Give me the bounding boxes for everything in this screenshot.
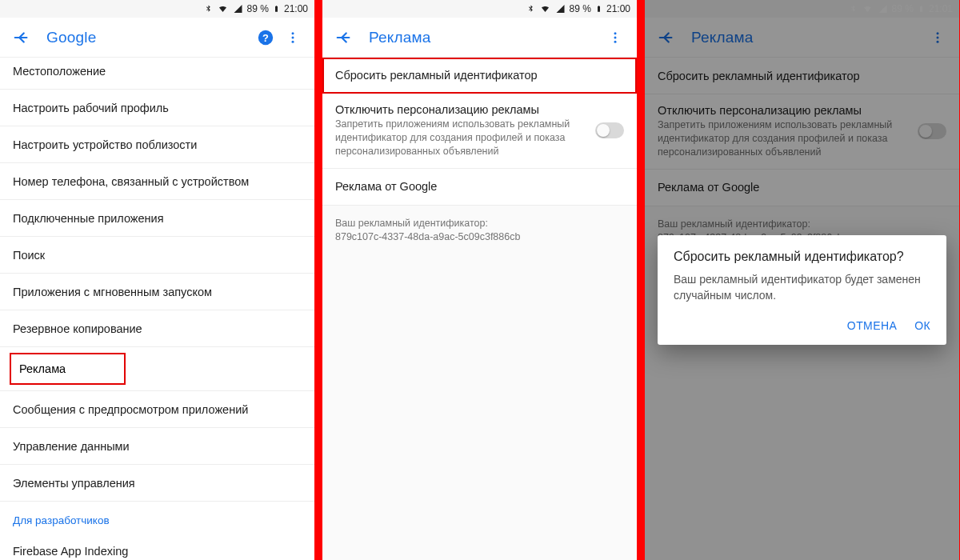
ok-button[interactable]: ОК bbox=[914, 319, 930, 332]
list-item[interactable]: Местоположение bbox=[0, 58, 314, 90]
list-item[interactable]: Поиск bbox=[0, 237, 314, 274]
list-item[interactable]: Номер телефона, связанный с устройством bbox=[0, 163, 314, 200]
ad-id-label: Ваш рекламный идентификатор: bbox=[658, 218, 946, 232]
cancel-button[interactable]: ОТМЕНА bbox=[847, 319, 897, 332]
page-title: Реклама bbox=[369, 29, 602, 46]
opt-out-toggle[interactable] bbox=[595, 122, 624, 138]
bluetooth-icon bbox=[204, 3, 213, 14]
help-button[interactable]: ? bbox=[252, 24, 279, 51]
cell-signal-icon bbox=[878, 4, 888, 14]
confirm-reset-dialog: Сбросить рекламный идентификатор? Ваш ре… bbox=[658, 235, 946, 345]
list-item[interactable]: Подключенные приложения bbox=[0, 200, 314, 237]
svg-point-2 bbox=[292, 32, 294, 34]
screen-2-ads-settings: 89 % 21:00 Реклама Сбросить рекламный ид… bbox=[322, 0, 637, 560]
dialog-body: Ваш рекламный идентификатор будет замене… bbox=[674, 272, 930, 303]
status-bar: 89 % 21:01 bbox=[645, 0, 959, 18]
page-title: Реклама bbox=[691, 29, 924, 46]
ads-list: Сбросить рекламный идентификатор Отключи… bbox=[645, 58, 959, 206]
list-item[interactable]: Сообщения с предпросмотром приложений bbox=[0, 391, 314, 428]
svg-point-6 bbox=[614, 36, 617, 38]
app-bar: Реклама bbox=[645, 18, 959, 58]
screen-1-google-settings: 89 % 21:00 Google ? Местоположение Настр… bbox=[0, 0, 314, 560]
wifi-icon bbox=[539, 4, 551, 14]
app-bar: Google ? bbox=[0, 18, 314, 58]
opt-out-title: Отключить персонализацию рекламы bbox=[335, 103, 586, 116]
list-item[interactable]: Приложения с мгновенным запуском bbox=[0, 274, 314, 310]
svg-text:?: ? bbox=[262, 31, 269, 43]
cell-signal-icon bbox=[233, 4, 243, 14]
svg-point-3 bbox=[292, 36, 294, 38]
battery-icon bbox=[595, 3, 602, 14]
wifi-icon bbox=[862, 4, 874, 14]
ad-id-value: 879c107c-4337-48da-a9ac-5c09c3f886cb bbox=[335, 230, 624, 245]
battery-icon bbox=[918, 3, 925, 14]
opt-out-personalization-row[interactable]: Отключить персонализацию рекламы Запрети… bbox=[645, 94, 959, 170]
bluetooth-icon bbox=[526, 3, 535, 14]
ad-id-info: Ваш рекламный идентификатор: 879c107c-43… bbox=[322, 206, 637, 256]
reset-ad-id-row[interactable]: Сбросить рекламный идентификатор bbox=[645, 58, 959, 94]
opt-out-personalization-row[interactable]: Отключить персонализацию рекламы Запрети… bbox=[322, 94, 637, 169]
svg-point-5 bbox=[614, 32, 617, 34]
svg-point-10 bbox=[937, 40, 939, 42]
cell-signal-icon bbox=[555, 4, 566, 14]
wifi-icon bbox=[217, 4, 229, 14]
screen-3-reset-dialog: 89 % 21:01 Реклама Сбросить рекламный ид… bbox=[645, 0, 959, 560]
back-button[interactable] bbox=[330, 24, 358, 51]
ads-by-google-row[interactable]: Реклама от Google bbox=[645, 170, 959, 206]
dialog-title: Сбросить рекламный идентификатор? bbox=[674, 250, 930, 264]
opt-out-toggle[interactable] bbox=[918, 123, 946, 139]
clock: 21:01 bbox=[929, 3, 953, 14]
list-item[interactable]: Резервное копирование bbox=[0, 310, 314, 347]
svg-point-7 bbox=[614, 40, 617, 42]
dialog-actions: ОТМЕНА ОК bbox=[674, 314, 930, 338]
bluetooth-icon bbox=[849, 3, 858, 14]
ads-by-google-row[interactable]: Реклама от Google bbox=[322, 169, 637, 206]
battery-icon bbox=[273, 3, 280, 14]
svg-point-8 bbox=[937, 32, 939, 34]
list-item-ads-highlighted[interactable]: Реклама bbox=[10, 353, 126, 385]
overflow-menu-button[interactable] bbox=[924, 24, 951, 51]
list-item[interactable]: Настроить рабочий профиль bbox=[0, 90, 314, 126]
svg-point-9 bbox=[937, 36, 939, 38]
status-bar: 89 % 21:00 bbox=[0, 0, 314, 18]
clock: 21:00 bbox=[606, 3, 630, 14]
clock: 21:00 bbox=[284, 3, 308, 14]
settings-list: Местоположение Настроить рабочий профиль… bbox=[0, 58, 314, 560]
opt-out-subtitle: Запретить приложениям использовать рекла… bbox=[658, 118, 908, 159]
svg-point-4 bbox=[292, 40, 294, 42]
opt-out-title: Отключить персонализацию рекламы bbox=[658, 104, 908, 117]
list-item[interactable]: Элементы управления bbox=[0, 465, 314, 502]
list-item[interactable]: Настроить устройство поблизости bbox=[0, 126, 314, 163]
opt-out-subtitle: Запретить приложениям использовать рекла… bbox=[335, 118, 586, 158]
ads-list: Сбросить рекламный идентификатор Отключи… bbox=[322, 58, 637, 206]
overflow-menu-button[interactable] bbox=[602, 24, 629, 51]
status-bar: 89 % 21:00 bbox=[322, 0, 637, 18]
back-button[interactable] bbox=[653, 24, 680, 51]
battery-percent: 89 % bbox=[892, 3, 914, 14]
back-button[interactable] bbox=[8, 24, 35, 51]
ad-id-label: Ваш рекламный идентификатор: bbox=[335, 217, 624, 231]
list-item[interactable]: Управление данными bbox=[0, 428, 314, 465]
list-item[interactable]: Firebase App Indexing bbox=[0, 533, 314, 560]
reset-ad-id-row-highlighted[interactable]: Сбросить рекламный идентификатор bbox=[322, 58, 637, 94]
battery-percent: 89 % bbox=[247, 3, 269, 14]
page-title: Google bbox=[46, 29, 252, 46]
overflow-menu-button[interactable] bbox=[279, 24, 306, 51]
section-header-developers: Для разработчиков bbox=[0, 502, 314, 533]
battery-percent: 89 % bbox=[570, 3, 591, 14]
app-bar: Реклама bbox=[322, 18, 637, 58]
